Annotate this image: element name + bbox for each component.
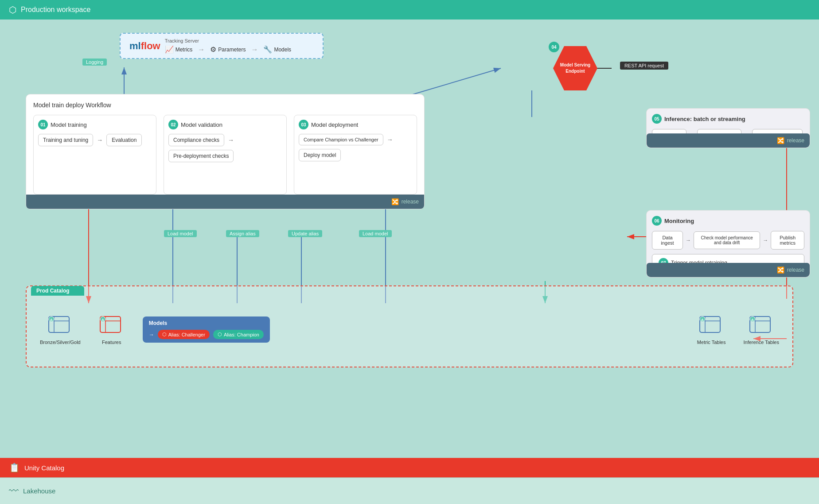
rest-api-label: REST API request: [620, 62, 668, 70]
svg-text:Δ: Δ: [101, 318, 104, 322]
model-serving-container: 04 Model Serving Endpoint: [553, 46, 602, 95]
challenger-label: Alias: Challenger: [168, 332, 205, 337]
lakehouse-bar: 〰 Lakehouse: [0, 477, 819, 504]
bsg-label: Bronze/Silver/Gold: [40, 340, 81, 345]
model-serving-hexagon: Model Serving Endpoint: [553, 46, 597, 90]
inference-release-text: release: [787, 137, 804, 144]
prod-catalog: Prod Catalog Δ Bronze/Silver/Gold: [26, 285, 793, 367]
svg-text:Δ: Δ: [701, 318, 704, 322]
lakehouse-icon: 〰: [9, 485, 19, 497]
workflow-steps: 01 Model training Training and tuning → …: [33, 115, 417, 195]
unity-catalog-bar: 📋 Unity Catalog: [0, 458, 819, 477]
bsg-icon-container: Δ: [47, 315, 74, 337]
inference-box: 05 Inference: batch or streaming Data in…: [646, 108, 810, 148]
lakehouse-title: Lakehouse: [23, 487, 55, 495]
inference-release-icon: 🔀: [777, 137, 784, 144]
evaluation-item: Evaluation: [106, 134, 142, 146]
inference-tables-label: Inference Tables: [743, 340, 779, 345]
mon-arrow-1: →: [686, 237, 691, 243]
monitoring-publish-metrics: Publish metrics: [771, 231, 804, 250]
step-3-title: 03 Model deployment: [299, 120, 412, 129]
logging-label: Logging: [82, 59, 107, 66]
step-2-items: Compliance checks → Pre-deployment check…: [168, 134, 282, 162]
workspace-icon: ⬡: [9, 4, 16, 15]
monitoring-check-model: Check model performance and data drift: [694, 231, 760, 249]
training-tuning-item: Training and tuning: [38, 134, 93, 146]
step-3-arrow: →: [387, 136, 393, 143]
monitoring-steps: Data ingest → Check model performance an…: [652, 231, 804, 250]
models-aliases: → ⬡ Alias: Challenger ⬡ Alias: Champion: [149, 330, 264, 339]
metric-icon-container: Δ: [698, 315, 725, 337]
catalog-inference-tables: Δ Inference Tables: [743, 315, 779, 345]
monitoring-data-ingest: Data ingest: [652, 231, 683, 250]
inference-number: 05: [652, 114, 662, 124]
step-1-number: 01: [38, 120, 48, 129]
monitoring-release-text: release: [787, 267, 804, 273]
inference-release-bar: 🔀 release: [647, 133, 810, 148]
mlflow-logo: mlflow: [129, 40, 160, 52]
tracking-parameters: ⚙ Parameters: [210, 45, 246, 54]
tracking-metrics: 📈 Metrics: [165, 45, 193, 54]
features-icon-container: Δ: [98, 315, 125, 337]
step-2-number: 02: [168, 120, 178, 129]
workspace-title: Production workspace: [21, 6, 90, 14]
alias-champion: ⬡ Alias: Champion: [213, 330, 264, 339]
models-label: Models: [274, 47, 291, 53]
alias-challenger: ⬡ Alias: Challenger: [158, 330, 210, 339]
assign-alias-label: Assign alias: [226, 230, 259, 237]
step-2-arrow: →: [228, 137, 234, 144]
features-label: Features: [102, 340, 121, 345]
serving-number: 04: [549, 42, 559, 52]
mon-arrow-2: →: [763, 237, 768, 243]
champion-label: Alias: Champion: [224, 332, 259, 337]
workflow-release-text: release: [402, 199, 419, 205]
models-icon: 🔧: [263, 45, 272, 54]
step-1-title: 01 Model training: [38, 120, 152, 129]
workflow-release-icon: 🔀: [391, 198, 399, 205]
monitoring-number: 06: [652, 216, 662, 226]
challenger-icon: ⬡: [162, 332, 167, 337]
step-3-items: Compare Champion vs Challenger → Deploy …: [299, 134, 412, 161]
step-model-validation: 02 Model validation Compliance checks → …: [164, 115, 287, 195]
load-model-1-label: Load model: [164, 230, 197, 237]
step-1-arrow: →: [97, 137, 103, 144]
prod-catalog-content: Δ Bronze/Silver/Gold Δ Features: [27, 296, 792, 363]
tracking-server-container: Tracking Server 📈 Metrics → ⚙ Parameters…: [165, 38, 291, 54]
prod-catalog-header: Prod Catalog: [31, 286, 84, 296]
bsg-icon: Δ: [47, 315, 74, 337]
catalog-features: Δ Features: [98, 315, 125, 345]
model-serving-text: Model Serving Endpoint: [553, 62, 597, 74]
monitoring-release-bar: 🔀 release: [647, 263, 810, 277]
features-icon: Δ: [98, 315, 125, 337]
step-2-title: 02 Model validation: [168, 120, 282, 129]
deploy-model-item: Deploy model: [299, 149, 341, 161]
step-3-number: 03: [299, 120, 308, 129]
inference-icon-container: Δ: [748, 315, 775, 337]
monitoring-release-icon: 🔀: [777, 266, 784, 273]
metric-tables-label: Metric Tables: [697, 340, 726, 345]
workflow-box: Model train deploy Workflow 01 Model tra…: [26, 94, 425, 209]
tracking-server-label: Tracking Server: [165, 38, 291, 43]
pre-deployment-item: Pre-deployment checks: [168, 150, 234, 162]
unity-catalog-icon: 📋: [9, 462, 20, 473]
metrics-icon: 📈: [165, 45, 174, 54]
params-label: Parameters: [218, 47, 246, 53]
catalog-metric-tables: Δ Metric Tables: [697, 315, 726, 345]
catalog-models-container: Models → ⬡ Alias: Challenger ⬡ Alias: Ch…: [143, 316, 270, 343]
mlflow-box: mlflow Tracking Server 📈 Metrics → ⚙ Par…: [120, 33, 324, 59]
load-model-2-label: Load model: [359, 230, 392, 237]
svg-text:Δ: Δ: [751, 318, 754, 322]
workflow-title: Model train deploy Workflow: [33, 102, 417, 109]
params-icon: ⚙: [210, 45, 216, 54]
champion-icon: ⬡: [218, 332, 222, 337]
compare-champion-item: Compare Champion vs Challenger: [299, 134, 383, 145]
inference-tables-icon: Δ: [748, 315, 775, 337]
compliance-checks-item: Compliance checks: [168, 134, 224, 146]
monitoring-box: 06 Monitoring Data ingest → Check model …: [646, 210, 810, 277]
mlflow-inner: mlflow Tracking Server 📈 Metrics → ⚙ Par…: [129, 38, 314, 54]
unity-catalog-title: Unity Catalog: [24, 464, 64, 472]
tracking-items: 📈 Metrics → ⚙ Parameters → 🔧 Models: [165, 45, 291, 54]
inference-title: 05 Inference: batch or streaming: [652, 114, 804, 124]
step-model-deployment: 03 Model deployment Compare Champion vs …: [294, 115, 417, 195]
step-1-items: Training and tuning → Evaluation: [38, 134, 152, 146]
